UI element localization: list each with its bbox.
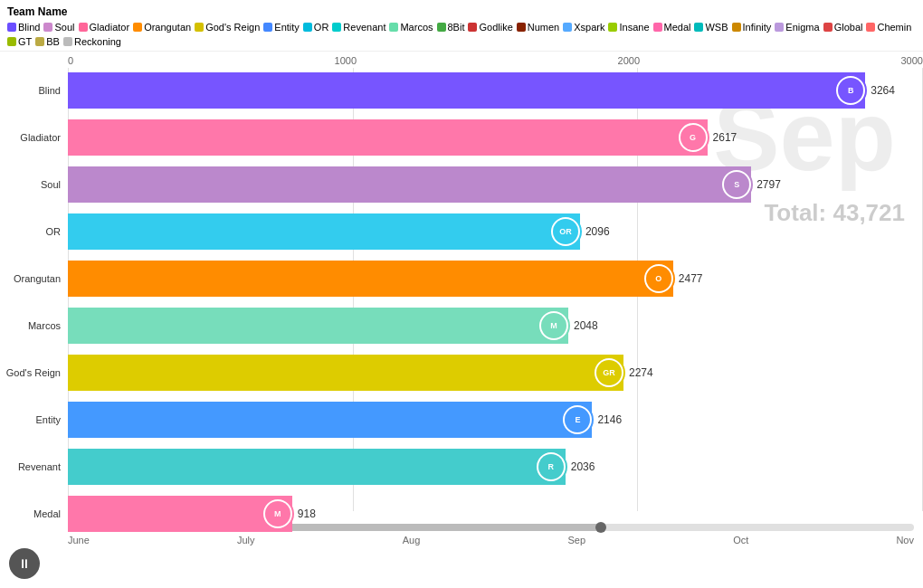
bar-icon-soul: S xyxy=(720,168,753,201)
legend-item-8bit: 8Bit xyxy=(437,22,465,33)
legend-item-orangutan: Orangutan xyxy=(133,22,191,33)
bar-row: MarcosM2048 xyxy=(68,303,923,348)
legend-item-gladiator: Gladiator xyxy=(79,22,130,33)
legend-item-enigma: Enigma xyxy=(775,22,819,33)
bar-row: MedalM918 xyxy=(68,491,923,536)
legend-item-numen: Numen xyxy=(517,22,559,33)
bar-value: 2036 xyxy=(571,460,595,473)
bar-icon-god-s-reign: GR xyxy=(593,356,625,389)
bar-track: S2797 xyxy=(68,166,923,203)
chart-wrapper: 0100020003000 Sep Total: 43,721 BlindB32… xyxy=(0,52,923,540)
legend-item-global: Global xyxy=(823,22,863,33)
bar-row: BlindB3264 xyxy=(68,68,923,113)
header: Team Name BlindSoulGladiatorOrangutanGod… xyxy=(0,0,923,52)
chart-area: Sep Total: 43,721 BlindB3264GladiatorG26… xyxy=(0,68,923,511)
bar-fill: O xyxy=(68,261,673,297)
bar-label-entity: Entity xyxy=(0,414,68,425)
bar-value: 918 xyxy=(298,507,316,520)
bar-icon-orangutan: O xyxy=(642,262,675,295)
bar-track: M2048 xyxy=(68,308,923,344)
bar-fill: E xyxy=(68,402,592,438)
bar-row: SoulS2797 xyxy=(68,162,923,207)
legend-item-gt: GT xyxy=(7,36,32,47)
legend-item-infinity: Infinity xyxy=(732,22,772,33)
bar-icon-blind: B xyxy=(834,74,867,107)
bar-track: B3264 xyxy=(68,72,923,109)
bar-icon-marcos: M xyxy=(538,309,570,342)
bar-track: OR2096 xyxy=(68,213,923,250)
legend-item-revenant: Revenant xyxy=(332,22,385,33)
bar-row: God's ReignGR2274 xyxy=(68,350,923,395)
bar-icon-gladiator: G xyxy=(677,121,709,154)
bar-value: 2146 xyxy=(597,413,622,426)
legend-item-insane: Insane xyxy=(608,22,649,33)
legend-item-xspark: Xspark xyxy=(563,22,604,33)
bar-value: 2617 xyxy=(713,131,737,144)
x-axis-label: 2000 xyxy=(618,55,640,66)
bar-row: RevenantR2036 xyxy=(68,444,923,489)
bar-fill: M xyxy=(68,496,292,532)
legend-item-marcos: Marcos xyxy=(389,22,433,33)
legend-item-soul: Soul xyxy=(43,22,74,33)
x-axis-label: 0 xyxy=(68,55,73,66)
bar-track: O2477 xyxy=(68,261,923,297)
bar-fill: R xyxy=(68,449,566,485)
legend-item-godlike: Godlike xyxy=(468,22,512,33)
bar-label-or: OR xyxy=(0,226,68,237)
pause-icon: ⏸ xyxy=(18,556,31,571)
bar-label-orangutan: Orangutan xyxy=(0,273,68,284)
bar-row: GladiatorG2617 xyxy=(68,115,923,160)
bar-row: OrangutanO2477 xyxy=(68,256,923,301)
bar-row: EntityE2146 xyxy=(68,397,923,442)
legend-item-bb: BB xyxy=(35,36,60,47)
bar-track: R2036 xyxy=(68,449,923,485)
legend-item-entity: Entity xyxy=(263,22,300,33)
bar-value: 2797 xyxy=(756,178,781,191)
bar-fill: B xyxy=(68,72,865,109)
bar-label-marcos: Marcos xyxy=(0,320,68,331)
bar-track: G2617 xyxy=(68,119,923,156)
bar-label-blind: Blind xyxy=(0,85,68,96)
legend-item-wsb: WSB xyxy=(694,22,728,33)
bar-fill: OR xyxy=(68,213,580,250)
bar-icon-or: OR xyxy=(549,215,582,248)
bar-value: 2096 xyxy=(585,225,610,238)
bar-label-soul: Soul xyxy=(0,179,68,190)
legend-item-god-s-reign: God's Reign xyxy=(195,22,260,33)
bar-label-medal: Medal xyxy=(0,508,68,519)
legend-item-medal: Medal xyxy=(653,22,691,33)
legend-item-reckoning: Reckoning xyxy=(63,36,121,47)
legend-item-blind: Blind xyxy=(7,22,40,33)
bar-label-god-s-reign: God's Reign xyxy=(0,367,68,378)
bar-label-revenant: Revenant xyxy=(0,461,68,472)
x-axis-label: 1000 xyxy=(335,55,357,66)
bar-fill: M xyxy=(68,308,568,344)
bar-track: E2146 xyxy=(68,402,923,438)
bar-label-gladiator: Gladiator xyxy=(0,132,68,143)
bar-fill: S xyxy=(68,166,751,203)
bar-icon-entity: E xyxy=(561,403,594,436)
bars-container: BlindB3264GladiatorG2617SoulS2797OROR209… xyxy=(68,68,923,536)
bar-value: 2274 xyxy=(629,366,653,379)
pause-button[interactable]: ⏸ xyxy=(9,548,40,579)
bar-track: M918 xyxy=(68,496,923,532)
bar-fill: G xyxy=(68,119,708,156)
legend-item-chemin: Chemin xyxy=(866,22,911,33)
bar-value: 2477 xyxy=(679,272,703,285)
bar-fill: GR xyxy=(68,355,623,391)
bar-track: GR2274 xyxy=(68,355,923,391)
bar-icon-medal: M xyxy=(262,498,294,530)
bar-value: 2048 xyxy=(574,319,598,332)
x-axis-numbers: 0100020003000 xyxy=(0,55,923,68)
bar-row: OROR2096 xyxy=(68,209,923,254)
team-name-label: Team Name xyxy=(7,5,67,18)
bar-value: 3264 xyxy=(871,84,895,97)
legend-item-or: OR xyxy=(303,22,329,33)
x-axis-label: 3000 xyxy=(901,55,923,66)
bar-icon-revenant: R xyxy=(535,450,567,483)
